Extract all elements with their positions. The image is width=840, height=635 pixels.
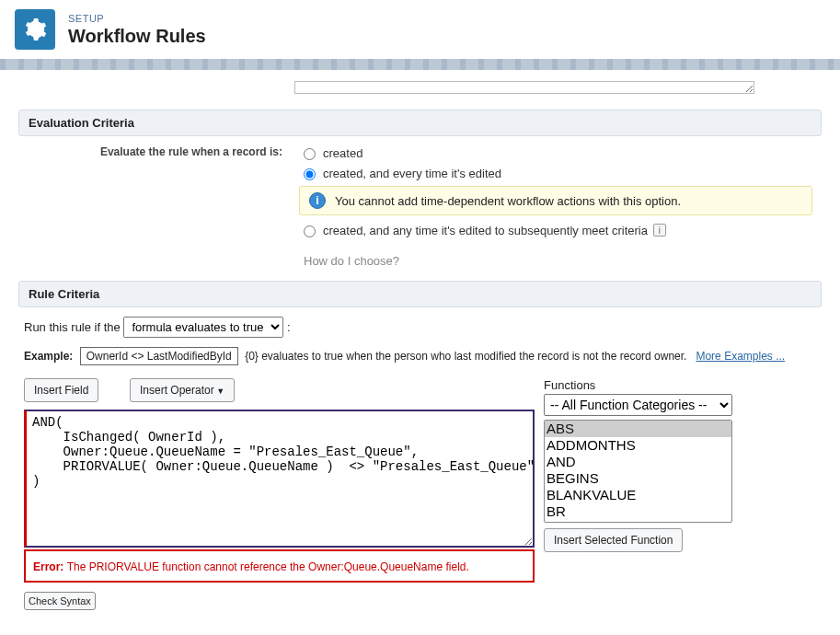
example-row: Example: OwnerId <> LastModifiedById {0}…: [24, 347, 816, 365]
radio-created[interactable]: created: [299, 145, 812, 160]
error-prefix: Error:: [33, 560, 63, 573]
check-syntax-button[interactable]: Check Syntax: [24, 592, 96, 610]
radio-created-edited-label: created, and every time it's edited: [323, 167, 501, 180]
insert-selected-function-button[interactable]: Insert Selected Function: [544, 528, 683, 552]
radio-created-meet-label: created, and any time it's edited to sub…: [323, 224, 648, 237]
info-text: You cannot add time-dependent workflow a…: [335, 194, 681, 208]
how-do-i-choose-link[interactable]: How do I choose?: [304, 254, 822, 268]
run-rule-label-pre: Run this rule if the: [24, 320, 121, 334]
rule-criteria-header: Rule Criteria: [18, 281, 822, 307]
function-option: BR: [545, 503, 731, 520]
radio-created-meet[interactable]: created, and any time it's edited to sub…: [299, 223, 812, 237]
radio-created-edited[interactable]: created, and every time it's edited: [299, 166, 812, 180]
formula-textarea[interactable]: [24, 410, 535, 548]
page-header: SETUP Workflow Rules: [0, 0, 840, 59]
functions-label: Functions: [544, 378, 816, 392]
radio-created-edited-input[interactable]: [304, 168, 316, 180]
rule-type-select[interactable]: formula evaluates to true: [123, 317, 283, 338]
radio-created-input[interactable]: [304, 148, 316, 160]
function-option: ABS: [545, 421, 731, 437]
run-rule-colon: :: [287, 320, 291, 334]
error-message: The PRIORVALUE function cannot reference…: [67, 560, 469, 573]
example-text: {0} evaluates to true when the person wh…: [245, 350, 686, 363]
page-title: Workflow Rules: [68, 26, 206, 47]
insert-operator-button[interactable]: Insert Operator: [130, 378, 235, 402]
help-icon[interactable]: i: [653, 224, 666, 237]
more-examples-link[interactable]: More Examples ...: [696, 350, 785, 363]
radio-created-meet-input[interactable]: [304, 225, 316, 237]
setup-label: SETUP: [68, 13, 206, 24]
function-option: AND: [545, 454, 731, 470]
function-option: BEGINS: [545, 470, 731, 487]
evaluation-criteria-header: Evaluation Criteria: [18, 110, 822, 136]
example-label: Example:: [24, 350, 73, 363]
example-code: OwnerId <> LastModifiedById: [80, 347, 238, 365]
insert-field-button[interactable]: Insert Field: [24, 378, 98, 402]
gear-icon: [15, 9, 55, 50]
function-list[interactable]: ABS ADDMONTHS AND BEGINS BLANKVALUE BR: [544, 420, 732, 523]
function-category-select[interactable]: -- All Function Categories --: [544, 394, 732, 416]
error-highlight-box: Error: The PRIORVALUE function cannot re…: [24, 549, 535, 583]
function-option: BLANKVALUE: [545, 487, 731, 503]
description-textarea[interactable]: [294, 81, 754, 94]
function-option: ADDMONTHS: [545, 437, 731, 454]
time-dependent-info: i You cannot add time-dependent workflow…: [299, 186, 812, 215]
decorative-divider: [0, 59, 840, 70]
info-icon: i: [309, 192, 326, 209]
radio-created-label: created: [323, 146, 362, 160]
evaluate-rule-label: Evaluate the rule when a record is:: [28, 145, 299, 158]
run-rule-row: Run this rule if the formula evaluates t…: [24, 317, 816, 338]
